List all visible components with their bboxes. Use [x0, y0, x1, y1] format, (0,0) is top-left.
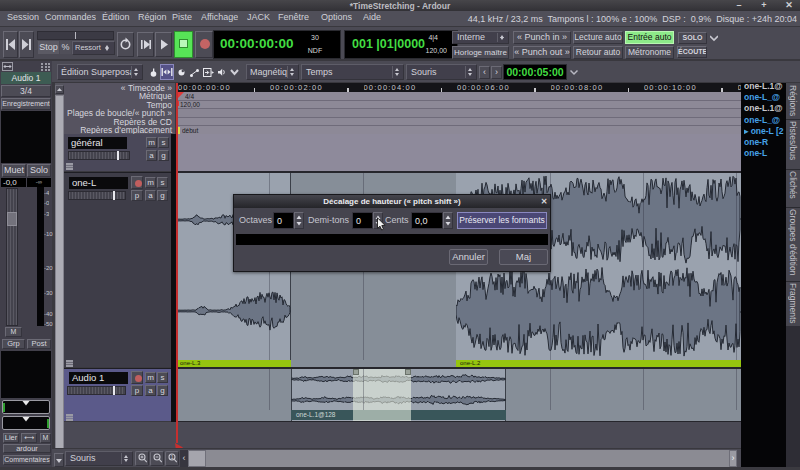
svg-text:1: 1: [170, 454, 173, 460]
